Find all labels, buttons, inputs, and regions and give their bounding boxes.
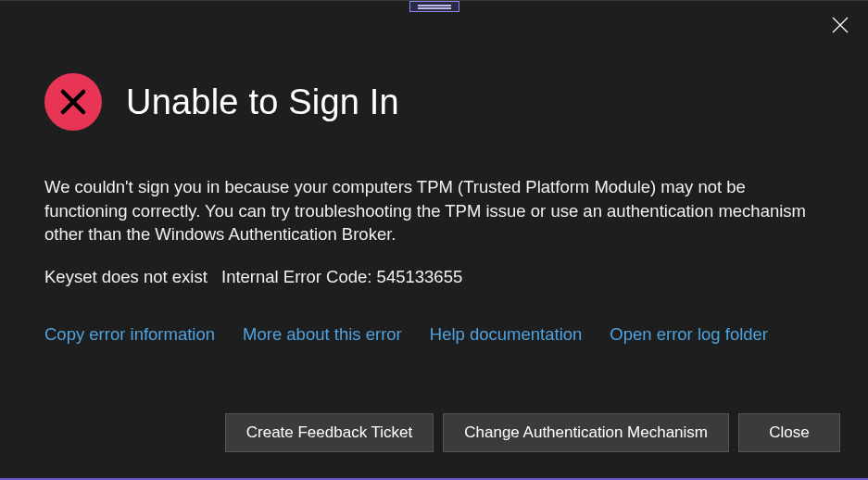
error-icon [44, 73, 102, 131]
window-grip-handle[interactable] [409, 1, 459, 12]
create-feedback-button[interactable]: Create Feedback Ticket [225, 413, 434, 452]
button-row: Create Feedback Ticket Change Authentica… [225, 413, 840, 452]
dialog-body: Unable to Sign In We couldn't sign you i… [0, 1, 868, 345]
error-code-value: 545133655 [377, 267, 463, 286]
dialog-title: Unable to Sign In [126, 82, 399, 122]
dialog-message: We couldn't sign you in because your com… [44, 175, 824, 246]
more-about-error-link[interactable]: More about this error [243, 324, 402, 345]
open-error-log-link[interactable]: Open error log folder [610, 324, 768, 345]
help-documentation-link[interactable]: Help documentation [430, 324, 583, 345]
error-details: Keyset does not exist Internal Error Cod… [44, 267, 824, 287]
change-auth-button[interactable]: Change Authentication Mechanism [443, 413, 729, 452]
error-short-text: Keyset does not exist [44, 267, 208, 286]
copy-error-link[interactable]: Copy error information [44, 324, 215, 345]
close-icon[interactable] [829, 14, 851, 36]
dialog-header: Unable to Sign In [44, 73, 824, 131]
error-code-label: Internal Error Code: [221, 267, 371, 286]
close-button[interactable]: Close [738, 413, 840, 452]
links-row: Copy error information More about this e… [44, 324, 824, 345]
